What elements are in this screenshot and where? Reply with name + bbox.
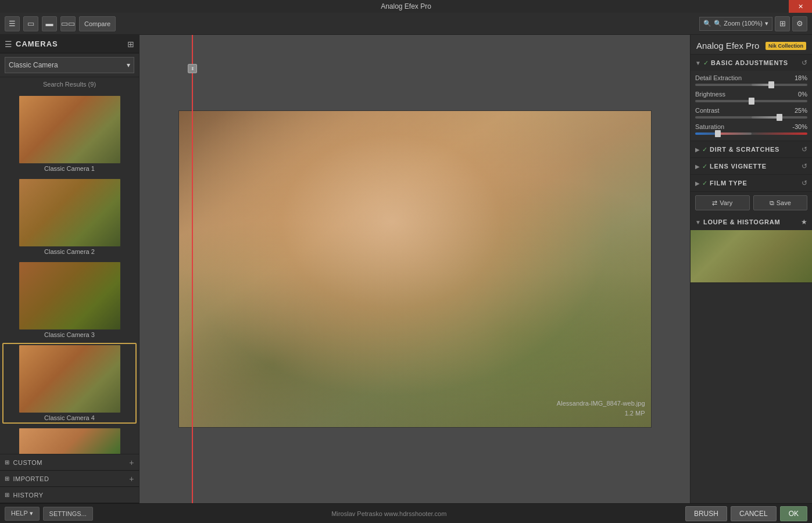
close-button[interactable]: ✕ [789, 0, 812, 13]
contrast-slider[interactable] [695, 116, 807, 119]
action-row: ⇄ Vary ⧉ Save [691, 192, 812, 214]
basic-adj-collapse-icon: ▼ [695, 60, 701, 66]
image-size: 1.2 MP [557, 409, 645, 419]
preset-item-4[interactable]: Classic Camera 4 [2, 343, 137, 424]
preset-item-2[interactable]: Classic Camera 2 [2, 177, 137, 257]
imported-add-icon[interactable]: + [129, 474, 134, 483]
footer-bar: HELP ▾ SETTINGS... Miroslav Petrasko www… [0, 503, 812, 523]
app-title: Analog Efex Pro [696, 41, 759, 51]
image-filename: Alessandra-IMG_8847-web.jpg [557, 399, 645, 409]
zoom-dropdown-arrow: ▾ [765, 20, 768, 27]
right-panel: Analog Efex Pro Nik Collection ▼ ✓ BASIC… [690, 35, 812, 503]
film-type-section: ▶ ✓ FILM TYPE ↺ [691, 175, 812, 192]
compare-handle[interactable]: ⬍ [188, 64, 197, 73]
main-layout: ☰ CAMERAS ⊞ Classic Camera ▾ Search Resu… [0, 35, 812, 503]
contrast-label: Contrast [695, 107, 720, 114]
detail-extraction-slider[interactable] [695, 84, 807, 86]
vignette-collapse-icon: ▶ [695, 163, 700, 170]
loupe-label: LOUPE & HISTOGRAM [703, 218, 799, 225]
search-results-label: Search Results (9) [0, 77, 139, 91]
saturation-thumb[interactable] [715, 130, 721, 137]
sidebar: ☰ CAMERAS ⊞ Classic Camera ▾ Search Resu… [0, 35, 139, 503]
history-section-icon: ⊞ [5, 492, 10, 498]
preset-item-5[interactable]: Classic Camera 5 [2, 426, 137, 454]
preset-item-1[interactable]: Classic Camera 1 [2, 94, 137, 174]
loupe-star-icon[interactable]: ★ [801, 218, 807, 226]
brightness-label: Brightness [695, 91, 725, 98]
contrast-fill [752, 116, 779, 119]
saturation-label: Saturation [695, 123, 724, 130]
cancel-button[interactable]: CANCEL [731, 506, 777, 521]
view-split-button[interactable]: ▬ [42, 16, 57, 31]
film-type-header[interactable]: ▶ ✓ FILM TYPE ↺ [691, 175, 812, 191]
saturation-slider[interactable] [695, 132, 807, 135]
brightness-row: Brightness 0% [695, 91, 807, 103]
detail-thumb[interactable] [768, 81, 774, 88]
save-button[interactable]: ⧉ Save [753, 195, 808, 210]
detail-extraction-label: Detail Extraction [695, 74, 742, 81]
brightness-slider[interactable] [695, 100, 807, 102]
dirt-reset-icon[interactable]: ↺ [802, 145, 807, 153]
basic-adj-reset-icon[interactable]: ↺ [802, 59, 807, 67]
dirt-check-icon[interactable]: ✓ [702, 146, 707, 153]
canvas-area: ⬍ Alessandra-IMG_8847-web.jpg 1.2 MP [139, 35, 690, 503]
custom-add-icon[interactable]: + [129, 458, 134, 467]
vignette-reset-icon[interactable]: ↺ [802, 162, 807, 170]
settings-button[interactable]: SETTINGS... [43, 507, 93, 521]
menu-icon[interactable]: ☰ [5, 16, 20, 31]
save-label: Save [777, 199, 791, 206]
preset-dropdown[interactable]: Classic Camera ▾ [5, 57, 134, 73]
brightness-thumb[interactable] [749, 98, 754, 105]
dirt-scratches-section: ▶ ✓ DIRT & SCRATCHES ↺ [691, 141, 812, 158]
basic-adj-content: Detail Extraction 18% Brightness 0% [691, 71, 812, 141]
help-button[interactable]: HELP ▾ [5, 507, 40, 521]
expand-view-button[interactable]: ⊞ [775, 16, 790, 31]
lens-vignette-header[interactable]: ▶ ✓ LENS VIGNETTE ↺ [691, 158, 812, 174]
dirt-scratches-header[interactable]: ▶ ✓ DIRT & SCRATCHES ↺ [691, 141, 812, 157]
settings-panel-button[interactable]: ⚙ [792, 16, 807, 31]
preset-item-3[interactable]: Classic Camera 3 [2, 260, 137, 341]
saturation-fill [718, 132, 752, 135]
contrast-value: 25% [795, 107, 807, 114]
zoom-control: 🔍 🔍 Zoom (100%) ▾ ⊞ ⚙ [699, 16, 807, 31]
compare-button[interactable]: Compare [79, 16, 116, 31]
preset-thumbnail-5 [19, 428, 120, 454]
vignette-check-icon[interactable]: ✓ [702, 163, 707, 170]
preset-label-2: Classic Camera 2 [44, 248, 95, 255]
basic-adjustments-header[interactable]: ▼ ✓ BASIC ADJUSTMENTS ↺ [691, 55, 812, 71]
contrast-thumb[interactable] [777, 114, 782, 121]
view-double-button[interactable]: ▭▭ [60, 16, 76, 31]
zoom-display[interactable]: 🔍 🔍 Zoom (100%) ▾ [699, 17, 772, 31]
ok-button[interactable]: OK [780, 506, 807, 521]
preset-dropdown-arrow: ▾ [127, 61, 130, 69]
sidebar-item-custom[interactable]: ⊞ CUSTOM + [0, 454, 139, 471]
loupe-header[interactable]: ▼ LOUPE & HISTOGRAM ★ [691, 214, 812, 230]
copy-icon: ⧉ [770, 199, 774, 207]
preset-dropdown-row: Classic Camera ▾ [0, 53, 139, 77]
vary-label: Vary [720, 199, 732, 206]
main-image: Alessandra-IMG_8847-web.jpg 1.2 MP [178, 110, 652, 428]
film-reset-icon[interactable]: ↺ [802, 179, 807, 187]
brush-button[interactable]: BRUSH [685, 506, 727, 521]
film-collapse-icon: ▶ [695, 180, 700, 187]
lens-vignette-section: ▶ ✓ LENS VIGNETTE ↺ [691, 158, 812, 175]
basic-adj-check-icon[interactable]: ✓ [703, 59, 709, 67]
sidebar-item-history[interactable]: ⊞ HISTORY [0, 487, 139, 503]
sidebar-expand-icon[interactable]: ⊞ [127, 40, 134, 49]
dirt-label: DIRT & SCRATCHES [710, 146, 799, 153]
loupe-histogram-section: ▼ LOUPE & HISTOGRAM ★ [691, 214, 812, 283]
detail-extraction-row: Detail Extraction 18% [695, 74, 807, 87]
history-section-label: HISTORY [13, 492, 44, 499]
film-check-icon[interactable]: ✓ [702, 180, 707, 187]
preset-label-3: Classic Camera 3 [44, 331, 95, 338]
vary-button[interactable]: ⇄ Vary [695, 195, 750, 210]
sidebar-menu-icon[interactable]: ☰ [5, 40, 12, 49]
saturation-value: -30% [792, 123, 807, 130]
sidebar-item-imported[interactable]: ⊞ IMPORTED + [0, 471, 139, 487]
compare-line [192, 35, 193, 503]
preset-label-1: Classic Camera 1 [44, 165, 95, 172]
preset-thumbnail-1 [19, 96, 120, 163]
imported-section-icon: ⊞ [5, 475, 10, 482]
image-caption: Alessandra-IMG_8847-web.jpg 1.2 MP [557, 399, 645, 419]
view-single-button[interactable]: ▭ [23, 16, 38, 31]
